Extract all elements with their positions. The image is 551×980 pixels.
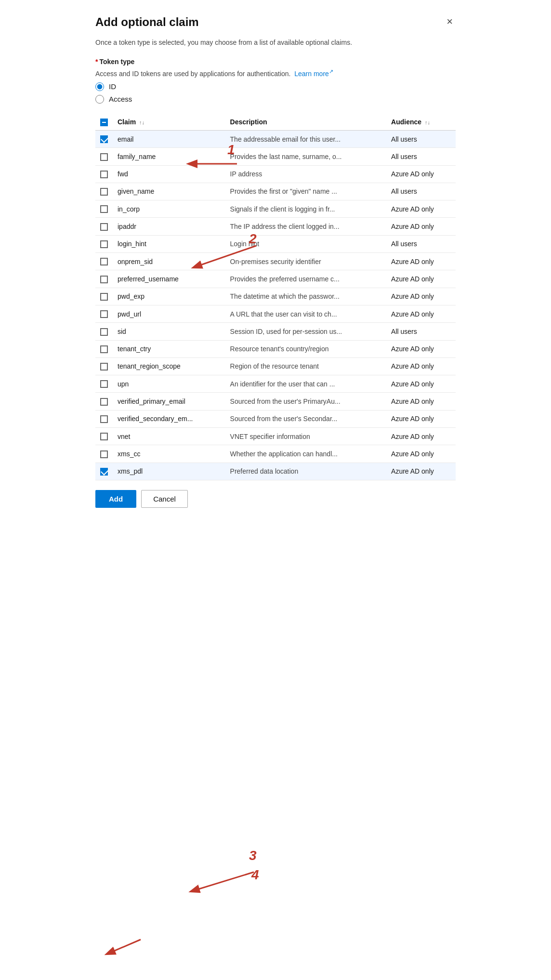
radio-id-input[interactable] <box>95 82 104 91</box>
row-audience: Azure AD only <box>386 393 456 410</box>
row-checkbox[interactable] <box>100 468 108 476</box>
row-select-cell[interactable] <box>95 148 113 165</box>
table-row: xms_ccWhether the application can handl.… <box>95 445 456 463</box>
table-row: xms_pdlPreferred data locationAzure AD o… <box>95 463 456 480</box>
row-checkbox[interactable] <box>100 380 108 388</box>
row-select-cell[interactable] <box>95 183 113 200</box>
row-checkbox[interactable] <box>100 415 108 423</box>
row-audience: Azure AD only <box>386 410 456 427</box>
row-description: An identifier for the user that can ... <box>225 375 387 393</box>
row-select-cell[interactable] <box>95 305 113 322</box>
row-audience: All users <box>386 235 456 252</box>
row-select-cell[interactable] <box>95 130 113 147</box>
row-select-cell[interactable] <box>95 253 113 270</box>
row-checkbox[interactable] <box>100 310 108 318</box>
row-select-cell[interactable] <box>95 323 113 340</box>
row-select-cell[interactable] <box>95 393 113 410</box>
table-row: tenant_region_scopeRegion of the resourc… <box>95 358 456 375</box>
row-select-cell[interactable] <box>95 200 113 218</box>
dialog-footer: Add Cancel <box>95 490 456 508</box>
row-checkbox[interactable] <box>100 188 108 196</box>
cancel-button[interactable]: Cancel <box>141 490 188 508</box>
radio-access-label: Access <box>109 95 132 103</box>
table-row: login_hintLogin hintAll users <box>95 235 456 252</box>
dialog-header: Add optional claim × <box>95 15 456 29</box>
row-description: The addressable email for this user... <box>225 130 387 147</box>
row-audience: Azure AD only <box>386 358 456 375</box>
select-all-checkbox[interactable] <box>100 119 108 126</box>
radio-id-label: ID <box>109 82 116 91</box>
row-checkbox[interactable] <box>100 171 108 178</box>
row-description: Provides the last name, surname, o... <box>225 148 387 165</box>
row-select-cell[interactable] <box>95 375 113 393</box>
col-audience: Audience ↑↓ <box>386 114 456 131</box>
token-type-label: *Token type <box>95 58 456 66</box>
row-claim: fwd <box>113 165 225 183</box>
row-select-cell[interactable] <box>95 463 113 480</box>
row-checkbox[interactable] <box>100 223 108 231</box>
annotation-4: 4 <box>251 867 259 883</box>
row-claim: pwd_url <box>113 305 225 322</box>
row-description: A URL that the user can visit to ch... <box>225 305 387 322</box>
row-checkbox[interactable] <box>100 433 108 440</box>
close-button[interactable]: × <box>444 15 456 28</box>
row-description: Sourced from the user's PrimaryAu... <box>225 393 387 410</box>
radio-access-input[interactable] <box>95 95 104 104</box>
audience-sort-icon[interactable]: ↑↓ <box>425 119 430 125</box>
radio-access[interactable]: Access <box>95 95 456 104</box>
row-audience: Azure AD only <box>386 305 456 322</box>
row-checkbox[interactable] <box>100 398 108 406</box>
claims-table: Claim ↑↓ Description Audience ↑↓ emailTh… <box>95 114 456 480</box>
row-select-cell[interactable] <box>95 358 113 375</box>
required-star: * <box>95 58 98 66</box>
row-checkbox[interactable] <box>100 293 108 301</box>
row-checkbox[interactable] <box>100 135 108 143</box>
row-checkbox[interactable] <box>100 345 108 353</box>
table-row: sidSession ID, used for per-session us..… <box>95 323 456 340</box>
row-select-cell[interactable] <box>95 410 113 427</box>
row-claim: login_hint <box>113 235 225 252</box>
row-audience: Azure AD only <box>386 218 456 235</box>
row-checkbox[interactable] <box>100 205 108 213</box>
row-checkbox[interactable] <box>100 363 108 371</box>
row-description: Preferred data location <box>225 463 387 480</box>
annotation-arrow-add <box>92 935 150 959</box>
row-checkbox[interactable] <box>100 450 108 458</box>
row-claim: tenant_ctry <box>113 340 225 358</box>
row-description: Provides the preferred username c... <box>225 270 387 288</box>
table-row: upnAn identifier for the user that can .… <box>95 375 456 393</box>
radio-id[interactable]: ID <box>95 82 456 91</box>
table-row: preferred_usernameProvides the preferred… <box>95 270 456 288</box>
learn-more-link[interactable]: Learn more↗ <box>294 70 333 78</box>
row-select-cell[interactable] <box>95 165 113 183</box>
row-select-cell[interactable] <box>95 428 113 445</box>
row-select-cell[interactable] <box>95 288 113 305</box>
row-audience: All users <box>386 183 456 200</box>
row-checkbox[interactable] <box>100 328 108 336</box>
row-description: Login hint <box>225 235 387 252</box>
row-description: Whether the application can handl... <box>225 445 387 463</box>
table-row: fwdIP addressAzure AD only <box>95 165 456 183</box>
row-audience: Azure AD only <box>386 463 456 480</box>
row-select-cell[interactable] <box>95 340 113 358</box>
row-select-cell[interactable] <box>95 445 113 463</box>
row-audience: Azure AD only <box>386 375 456 393</box>
row-claim: verified_secondary_em... <box>113 410 225 427</box>
table-row: verified_primary_emailSourced from the u… <box>95 393 456 410</box>
table-row: tenant_ctryResource tenant's country/reg… <box>95 340 456 358</box>
row-checkbox[interactable] <box>100 258 108 265</box>
table-row: emailThe addressable email for this user… <box>95 130 456 147</box>
row-checkbox[interactable] <box>100 240 108 248</box>
row-select-cell[interactable] <box>95 235 113 252</box>
add-button[interactable]: Add <box>95 490 136 508</box>
row-checkbox[interactable] <box>100 276 108 283</box>
table-row: pwd_expThe datetime at which the passwor… <box>95 288 456 305</box>
table-row: verified_secondary_em...Sourced from the… <box>95 410 456 427</box>
table-row: ipaddrThe IP address the client logged i… <box>95 218 456 235</box>
row-checkbox[interactable] <box>100 153 108 161</box>
row-claim: xms_pdl <box>113 463 225 480</box>
claim-sort-icon[interactable]: ↑↓ <box>139 119 144 125</box>
row-description: IP address <box>225 165 387 183</box>
row-select-cell[interactable] <box>95 218 113 235</box>
row-select-cell[interactable] <box>95 270 113 288</box>
